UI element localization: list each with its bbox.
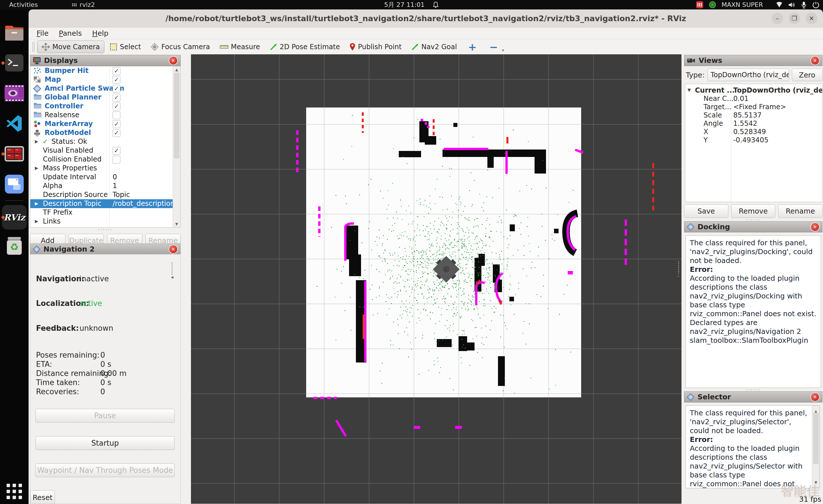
dock-trash[interactable]: ♻ <box>4 235 25 256</box>
checkbox[interactable] <box>113 120 120 128</box>
remove-tool-button[interactable]: − <box>484 41 504 53</box>
views-header[interactable]: Views ✕ <box>684 55 822 66</box>
minimize-button[interactable]: – <box>772 13 783 24</box>
close-button[interactable]: ✕ <box>806 13 817 24</box>
display-row-visual-enabled[interactable]: Visual Enabled <box>30 146 180 155</box>
tool-move-camera[interactable]: Move Camera <box>37 41 104 53</box>
checkbox[interactable] <box>113 103 120 110</box>
dock-files[interactable] <box>4 23 25 43</box>
displays-tree[interactable]: Bumper Hit Map Amcl Particle Swarm <box>30 66 181 227</box>
dock-media-player[interactable] <box>4 83 25 104</box>
close-selector-icon[interactable]: ✕ <box>810 392 820 402</box>
add-tool-button[interactable]: + <box>462 41 482 53</box>
view-type-dropdown[interactable]: TopDownOrtho (rviz_def ▼ <box>707 68 789 81</box>
close-navigation2-icon[interactable]: ✕ <box>169 245 178 254</box>
display-row-description-topic[interactable]: ▶ Description Topic /robot_description <box>30 199 180 208</box>
display-row-global-planner[interactable]: Global Planner <box>30 93 180 102</box>
scroll-up-icon[interactable]: ▲ <box>173 67 180 72</box>
checkbox[interactable] <box>113 94 120 102</box>
close-displays-icon[interactable]: ✕ <box>169 56 178 65</box>
dock-terminal[interactable] <box>4 52 25 73</box>
rename-view-button[interactable]: Rename <box>778 204 822 218</box>
display-row-status[interactable]: ▶ ✓ Status: Ok <box>30 137 180 146</box>
maximize-button[interactable]: ❐ <box>789 13 800 24</box>
startup-button[interactable]: Startup <box>35 436 175 450</box>
window-titlebar[interactable]: /home/robot/turtlebot3_ws/install/turtle… <box>29 9 823 27</box>
expander-icon[interactable]: ▼ <box>687 88 691 93</box>
tool-overflow-caret[interactable]: ▾ <box>502 48 504 53</box>
dock-console-red[interactable] <box>4 144 25 164</box>
display-row-marker-array[interactable]: MarkerArray <box>30 120 180 128</box>
view-row-target-frame[interactable]: Target... <Fixed Frame> <box>685 103 822 111</box>
checkbox[interactable] <box>113 67 120 75</box>
dock-rviz[interactable]: RViz <box>2 205 27 229</box>
views-tree[interactable]: ▼ Current ... TopDownOrtho (rviz_defau..… <box>685 84 822 202</box>
menu-file[interactable]: File <box>31 29 54 38</box>
scroll-down-icon[interactable]: ▼ <box>173 222 180 226</box>
display-row-realsense[interactable]: Realsense <box>30 111 180 120</box>
tool-publish-point[interactable]: Publish Point <box>345 41 406 53</box>
render-viewport[interactable] <box>191 54 681 504</box>
view-row-x[interactable]: X 0.528349 <box>685 128 822 136</box>
scroll-thumb[interactable] <box>174 72 179 158</box>
zero-button[interactable]: Zero <box>792 68 822 81</box>
splitter-collapse-right[interactable]: ▸ <box>677 261 680 278</box>
tool-select[interactable]: Select <box>106 41 145 53</box>
reset-button[interactable]: Reset <box>30 490 55 504</box>
remove-view-button[interactable]: Remove <box>731 204 776 218</box>
scroll-thumb[interactable] <box>813 412 819 464</box>
display-row-update-interval[interactable]: Update Interval 0 <box>30 173 180 182</box>
panel-splitter[interactable]: ······ <box>684 388 822 391</box>
display-row-controller[interactable]: Controller <box>30 102 180 111</box>
display-row-tf-prefix[interactable]: TF Prefix <box>30 208 180 217</box>
display-row-description-source[interactable]: Description Source Topic <box>30 190 180 199</box>
display-row-links[interactable]: ▶ Links <box>30 217 180 226</box>
expander-icon[interactable]: ▶ <box>35 201 38 206</box>
expander-icon[interactable]: ▶ <box>35 139 38 144</box>
power-icon[interactable] <box>812 1 820 9</box>
toolbar-grip[interactable] <box>32 42 35 52</box>
display-row-mass-properties[interactable]: ▶ Mass Properties <box>30 164 180 173</box>
panel-splitter[interactable]: ······ <box>30 227 181 231</box>
menu-help[interactable]: Help <box>87 29 114 38</box>
display-row-alpha[interactable]: Alpha 1 <box>30 182 180 190</box>
checkbox[interactable] <box>113 85 120 93</box>
selector-header[interactable]: Selector ✕ <box>684 391 822 402</box>
display-row-amcl[interactable]: Amcl Particle Swarm <box>30 84 180 93</box>
checkbox[interactable] <box>113 147 120 155</box>
expander-icon[interactable]: ▶ <box>35 166 38 171</box>
checkbox[interactable] <box>113 112 120 119</box>
clock[interactable]: 5月 27 11:01 <box>384 1 425 9</box>
splitter-collapse-left[interactable]: ◂ <box>171 262 174 279</box>
displays-header[interactable]: Displays ✕ <box>30 55 181 66</box>
close-docking-icon[interactable]: ✕ <box>810 222 820 231</box>
view-row-angle[interactable]: Angle 1.5542 <box>685 119 822 128</box>
dock-vscode[interactable] <box>4 113 25 134</box>
checkbox[interactable] <box>113 156 120 164</box>
selector-scrollbar[interactable]: ▲ ▼ <box>812 406 820 488</box>
close-views-icon[interactable]: ✕ <box>810 56 820 65</box>
display-row-map[interactable]: Map <box>30 75 180 84</box>
tray-badge-red-icon[interactable] <box>696 1 703 9</box>
tool-2d-pose-estimate[interactable]: 2D Pose Estimate <box>266 41 344 53</box>
docking-header[interactable]: Docking ✕ <box>684 221 822 232</box>
focused-app-indicator[interactable]: rviz2 <box>72 1 95 8</box>
tool-nav2-goal[interactable]: Nav2 Goal <box>407 41 461 53</box>
dock-windows-blue[interactable] <box>4 174 25 194</box>
activities-button[interactable]: Activities <box>9 1 38 8</box>
dock-app-grid[interactable] <box>4 481 25 502</box>
display-row-robot-model[interactable]: RobotModel <box>30 128 180 137</box>
checkbox[interactable] <box>113 129 120 137</box>
save-button[interactable]: Save <box>684 204 728 218</box>
displays-scrollbar[interactable]: ▲ ▼ <box>173 66 180 227</box>
tool-focus-camera[interactable]: Focus Camera <box>146 41 214 53</box>
tray-badge-green-icon[interactable] <box>709 1 716 9</box>
view-row-current[interactable]: ▼ Current ... TopDownOrtho (rviz_defau..… <box>685 86 822 94</box>
panel-splitter[interactable]: ······ <box>684 218 822 221</box>
view-row-near-clip[interactable]: Near C... 0.01 <box>685 94 822 103</box>
tool-measure[interactable]: Measure <box>215 41 265 53</box>
network-icon[interactable] <box>776 2 783 8</box>
display-row-bumper-hit[interactable]: Bumper Hit <box>30 66 180 75</box>
display-row-collision-enabled[interactable]: Collision Enabled <box>30 155 180 164</box>
menu-panels[interactable]: Panels <box>54 29 87 38</box>
